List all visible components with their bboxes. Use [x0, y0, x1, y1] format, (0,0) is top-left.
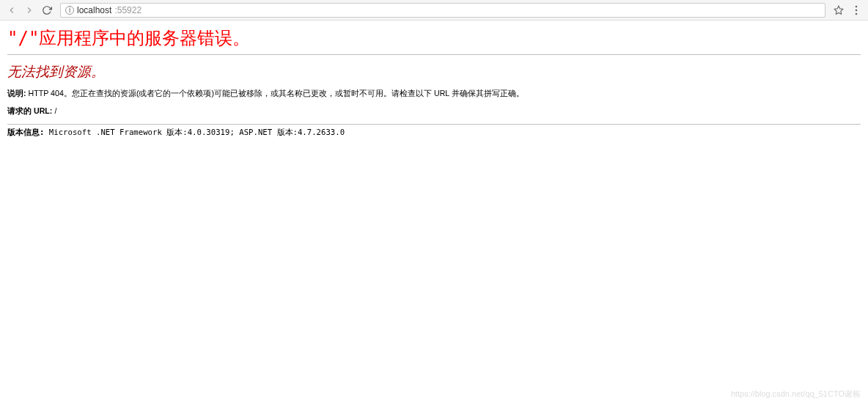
requested-url: 请求的 URL: / [7, 106, 861, 117]
requested-url-label: 请求的 URL: [7, 106, 52, 115]
watermark: https://blog.csdn.net/qq_51CTO谢栋 [731, 389, 861, 400]
requested-url-value: / [52, 106, 56, 115]
bottom-divider [7, 124, 861, 125]
arrow-right-icon [24, 5, 34, 15]
menu-dots-icon [855, 5, 858, 15]
svg-point-1 [856, 5, 858, 7]
url-port: :55922 [114, 5, 141, 15]
svg-point-2 [856, 9, 858, 11]
arrow-left-icon [7, 5, 17, 15]
version-text: Microsoft .NET Framework 版本:4.0.30319; A… [44, 128, 345, 137]
browser-toolbar: i localhost:55922 [0, 0, 868, 21]
url-host: localhost [77, 5, 111, 15]
error-subtitle: 无法找到资源。 [7, 62, 861, 81]
forward-button[interactable] [22, 3, 37, 18]
svg-marker-0 [834, 6, 843, 14]
title-divider [7, 54, 861, 55]
back-button[interactable] [4, 3, 19, 18]
menu-button[interactable] [849, 3, 864, 18]
error-description: 说明: HTTP 404。您正在查找的资源(或者它的一个依赖项)可能已被移除，或… [7, 89, 861, 99]
version-info: 版本信息: Microsoft .NET Framework 版本:4.0.30… [7, 128, 861, 138]
version-label: 版本信息: [7, 128, 44, 137]
error-title: "/"应用程序中的服务器错误。 [7, 26, 861, 50]
bookmark-button[interactable] [831, 3, 846, 18]
svg-point-3 [856, 12, 858, 15]
reload-button[interactable] [40, 3, 54, 18]
star-icon [834, 5, 844, 15]
info-icon: i [65, 6, 74, 15]
error-page-content: "/"应用程序中的服务器错误。 无法找到资源。 说明: HTTP 404。您正在… [0, 21, 868, 144]
reload-icon [42, 5, 52, 15]
description-label: 说明: [7, 89, 26, 98]
address-bar[interactable]: i localhost:55922 [60, 3, 825, 18]
description-text: HTTP 404。您正在查找的资源(或者它的一个依赖项)可能已被移除，或其名称已… [26, 89, 524, 98]
